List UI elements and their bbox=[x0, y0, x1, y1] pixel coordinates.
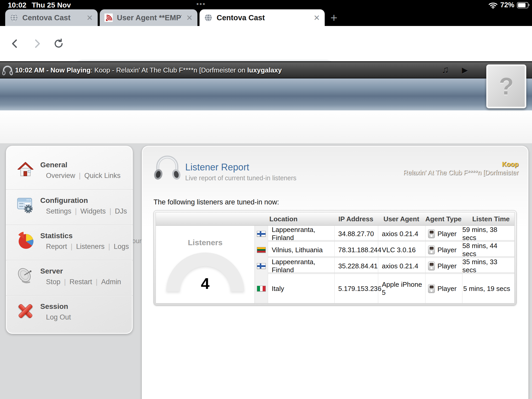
lithuania-flag-icon bbox=[257, 247, 266, 253]
sidebar-section-configuration: Configuration SettingsWidgetsDJs bbox=[6, 189, 133, 225]
cell-agent-type: Player bbox=[437, 262, 457, 270]
sidebar-link-log-out[interactable]: Log Out bbox=[46, 313, 71, 321]
close-icon[interactable]: ✕ bbox=[186, 13, 193, 22]
current-artist: Koop bbox=[502, 161, 518, 168]
now-playing-station: luxygalaxy bbox=[247, 66, 282, 74]
now-playing-bar: 10:02 AM - Now Playing: Koop - Relaxin' … bbox=[0, 61, 532, 78]
cell-ip: 35.228.84.41 bbox=[334, 258, 378, 274]
wifi-icon bbox=[488, 2, 498, 9]
listeners-intro-text: The following listeners are tuned-in now… bbox=[154, 198, 279, 206]
sidebar-section-title: Statistics bbox=[40, 232, 129, 240]
cell-user-agent: VLC 3.0.16 bbox=[378, 242, 425, 258]
cell-user-agent: Apple iPhone 5 bbox=[378, 274, 425, 303]
gauge-label: Listeners bbox=[156, 238, 255, 247]
satellite-dish-icon bbox=[16, 267, 35, 285]
browser-tab-3-active[interactable]: Centova Cast ✕ bbox=[200, 9, 325, 26]
sidebar-section-title: Session bbox=[40, 302, 71, 311]
player-icon bbox=[428, 262, 435, 270]
cell-ip: 78.31.188.244 bbox=[334, 242, 378, 258]
back-icon[interactable] bbox=[9, 38, 21, 49]
col-location: Location bbox=[255, 215, 334, 223]
headphones-small-icon bbox=[2, 64, 14, 77]
cell-listen-time: 58 mins, 44 secs bbox=[462, 242, 514, 258]
browser-tab-2[interactable]: User Agent **EMPTY** | ✕ bbox=[100, 9, 197, 26]
report-title: Listener Report bbox=[185, 162, 249, 173]
cell-location: Lappeenranta, Finland bbox=[268, 226, 334, 242]
listeners-gauge: Listeners 4 bbox=[156, 226, 255, 303]
listeners-table-header: Location IP Address User Agent Agent Typ… bbox=[156, 212, 514, 226]
sidebar-link-listeners[interactable]: Listeners bbox=[67, 243, 105, 250]
house-icon bbox=[16, 160, 35, 178]
listeners-table: Location IP Address User Agent Agent Typ… bbox=[154, 210, 517, 305]
cell-user-agent: axios 0.21.4 bbox=[378, 258, 425, 274]
close-icon[interactable]: ✕ bbox=[87, 13, 93, 22]
sidebar-link-report[interactable]: Report bbox=[46, 243, 67, 250]
player-icon bbox=[428, 229, 435, 238]
tab-title: Centova Cast bbox=[22, 14, 82, 22]
current-song: Relaxin' At The Club F****n [Dorfmeister bbox=[403, 169, 518, 176]
album-art-placeholder: ? bbox=[486, 64, 526, 108]
sidebar-menu: General OverviewQuick Links Conf bbox=[6, 145, 133, 334]
music-note-icon[interactable]: ♫ bbox=[442, 64, 449, 75]
globe-icon bbox=[204, 14, 212, 22]
sidebar-section-general: General OverviewQuick Links bbox=[6, 154, 133, 189]
close-icon[interactable]: ✕ bbox=[314, 13, 320, 22]
sidebar-link-quick-links[interactable]: Quick Links bbox=[75, 172, 121, 179]
cell-listen-time: 35 mins, 33 secs bbox=[462, 258, 514, 274]
cell-listen-time: 59 mins, 38 secs bbox=[462, 226, 514, 242]
cell-agent-type: Player bbox=[437, 246, 457, 254]
now-playing-song: : Koop - Relaxin' At The Club F****n [Do… bbox=[91, 66, 247, 74]
sidebar-link-djs[interactable]: DJs bbox=[106, 207, 127, 215]
now-playing-text: 10:02 AM - Now Playing: Koop - Relaxin' … bbox=[15, 66, 282, 74]
sidebar-link-restart[interactable]: Restart bbox=[61, 278, 92, 286]
listener-row: Vilnius, Lithuania 78.31.188.244 VLC 3.0… bbox=[255, 242, 514, 258]
globe-icon bbox=[10, 14, 18, 22]
gauge-value: 4 bbox=[156, 275, 255, 292]
sidebar-section-server: Server StopRestartAdmin bbox=[6, 260, 133, 295]
col-user-agent: User Agent bbox=[378, 215, 425, 223]
cell-location: Lappeenranta, Finland bbox=[268, 258, 334, 274]
cell-listen-time: 5 mins, 19 secs bbox=[462, 274, 514, 303]
radio-waves-icon bbox=[104, 14, 113, 22]
listener-row: Italy 5.179.153.236 Apple iPhone 5 Playe… bbox=[255, 274, 514, 303]
sidebar-section-title: General bbox=[40, 161, 121, 169]
sidebar-link-widgets[interactable]: Widgets bbox=[71, 207, 106, 215]
red-x-icon bbox=[16, 302, 35, 320]
battery-icon bbox=[517, 2, 528, 8]
new-tab-icon[interactable]: + bbox=[330, 12, 337, 23]
headphones-large-icon bbox=[153, 153, 182, 184]
cell-ip: 5.179.153.236 bbox=[334, 274, 378, 303]
sidebar-link-admin[interactable]: Admin bbox=[92, 278, 121, 286]
sidebar-section-title: Configuration bbox=[40, 196, 127, 205]
listener-report-panel: Listener Report Live report of current t… bbox=[142, 145, 529, 399]
cell-location: Vilnius, Lithuania bbox=[268, 242, 334, 258]
finland-flag-icon bbox=[257, 263, 266, 269]
tab-title: User Agent **EMPTY** | bbox=[117, 14, 182, 22]
browser-toolbar: control.internet-radio.com:2199 3 ••• bbox=[0, 26, 532, 61]
player-icon bbox=[428, 245, 435, 254]
col-listen-time: Listen Time bbox=[462, 215, 514, 223]
italy-flag-icon bbox=[257, 286, 266, 291]
multitasking-dots-icon: ••• bbox=[196, 0, 206, 8]
cell-ip: 34.88.27.70 bbox=[334, 226, 378, 242]
cell-agent-type: Player bbox=[437, 285, 457, 293]
centova-header: Centova Cast Koop Relaxin' At The Club F… bbox=[0, 78, 532, 111]
now-playing-prefix: 10:02 AM - Now Playing bbox=[15, 66, 91, 74]
sidebar-link-stop[interactable]: Stop bbox=[46, 278, 61, 286]
browser-tab-1[interactable]: Centova Cast ✕ bbox=[5, 9, 98, 26]
sidebar-link-logs[interactable]: Logs bbox=[105, 243, 129, 250]
cell-user-agent: axios 0.21.4 bbox=[378, 226, 425, 242]
battery-percentage: 72% bbox=[500, 1, 514, 9]
sidebar-link-overview[interactable]: Overview bbox=[46, 172, 75, 179]
clock-date: Thu 25 Nov bbox=[32, 1, 71, 9]
finland-flag-icon bbox=[257, 231, 266, 237]
col-ip-address: IP Address bbox=[334, 215, 378, 223]
sidebar-section-title: Server bbox=[40, 267, 121, 275]
question-mark-glyph: ? bbox=[499, 73, 514, 100]
sidebar-link-settings[interactable]: Settings bbox=[46, 207, 71, 215]
settings-window-gear-icon bbox=[16, 196, 35, 214]
listener-row: Lappeenranta, Finland 35.228.84.41 axios… bbox=[255, 258, 514, 274]
reload-icon[interactable] bbox=[53, 38, 64, 49]
play-icon[interactable]: ▶ bbox=[462, 65, 468, 75]
forward-icon[interactable] bbox=[31, 38, 43, 49]
